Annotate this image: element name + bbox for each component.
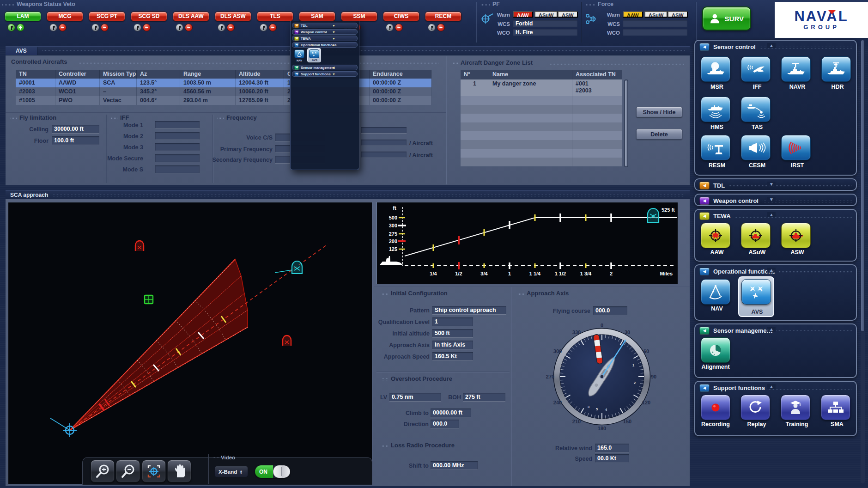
weapon-button-tls[interactable]: TLS (257, 12, 293, 21)
minus-icon[interactable] (59, 24, 67, 31)
video-band-select[interactable]: X-Band ▴▾ (214, 466, 248, 477)
tdl-header[interactable]: ◀ TDL ▼ (695, 179, 856, 191)
sensor-cesm-button[interactable] (741, 135, 771, 160)
table-row[interactable]: 1 My danger zone #001 #2003 (461, 79, 622, 96)
lock-icon[interactable] (134, 24, 141, 31)
col-controller[interactable]: Controller (55, 70, 100, 79)
delete-button[interactable]: Delete (636, 129, 682, 140)
alignment-button[interactable] (701, 337, 730, 363)
weapon-control-header[interactable]: ◀ Weapon control ▼ (695, 195, 856, 207)
show-hide-button[interactable]: Show / Hide (636, 107, 682, 117)
pan-button[interactable] (167, 460, 191, 482)
lock-icon[interactable] (176, 24, 183, 31)
chevron-up-icon[interactable]: ▲ (767, 268, 776, 273)
initial-altitude-field[interactable]: 500 ft (432, 329, 473, 337)
mode3-field[interactable] (155, 143, 200, 151)
pf-warn-aaw-chip[interactable]: AAW (513, 11, 533, 18)
weapon-button-dls-aaw[interactable]: DLS AAW (173, 12, 209, 21)
chevron-up-icon[interactable]: ▲ (767, 212, 776, 217)
minus-icon[interactable] (227, 24, 235, 31)
weapon-button-lam[interactable]: LAM (5, 12, 41, 21)
hostile-track-icon[interactable] (135, 241, 144, 251)
frequency-extra-field[interactable] (361, 127, 407, 133)
primary-aircraft-field[interactable] (361, 140, 407, 146)
ownship-icon[interactable] (50, 418, 77, 437)
menu-item-operational-functions[interactable]: ◀ Operational functions ▲ (292, 42, 358, 48)
hostile-track-icon[interactable] (283, 336, 291, 346)
panel-collapse-icon[interactable]: ◀ (699, 268, 710, 275)
menu-nav-button[interactable] (294, 49, 304, 58)
climb-to-field[interactable]: 00000.00 ft (431, 409, 471, 417)
direction-field[interactable]: 000.0 (431, 420, 459, 428)
table-row-empty[interactable] (461, 140, 622, 149)
panel-collapse-icon[interactable]: ◀ (699, 212, 710, 220)
panel-collapse-icon[interactable]: ◀ (699, 182, 710, 189)
sensor-tas-button[interactable] (741, 97, 771, 122)
menu-item-tewa[interactable]: ◀ TEWA ▼ (292, 36, 358, 41)
sensor-hdr-button[interactable] (821, 56, 851, 82)
tewa-aaw-button[interactable] (701, 223, 730, 248)
minus-icon[interactable] (437, 24, 445, 31)
training-button[interactable] (781, 395, 810, 420)
surv-button[interactable]: SURV (702, 6, 751, 30)
col-mission-type[interactable]: Mission Type (100, 70, 137, 79)
table-row[interactable]: #1005 PWO Vectac 004.6° 293.04 m 12765.0… (16, 96, 431, 105)
chevron-down-icon[interactable]: ▼ (767, 197, 776, 202)
lock-icon[interactable] (91, 24, 99, 31)
mode-s-field[interactable] (155, 165, 200, 173)
force-warn-aaw-chip[interactable]: AAW (623, 11, 643, 18)
mode-secure-field[interactable] (155, 154, 200, 162)
weapon-button-sam[interactable]: SAM (299, 12, 335, 21)
force-warn-asuw-chip[interactable]: ASuW (644, 11, 668, 18)
chevron-up-icon[interactable]: ▲ (767, 384, 776, 389)
scrollbar-track[interactable] (624, 79, 628, 167)
pf-warn-asuw-chip[interactable]: ASuW (534, 11, 558, 18)
replay-button[interactable] (741, 395, 770, 420)
table-row-empty[interactable] (461, 158, 622, 166)
table-row-empty[interactable] (461, 96, 622, 105)
col-altitude[interactable]: Altitude (236, 70, 284, 79)
weapon-button-dls-asw[interactable]: DLS ASW (215, 12, 251, 21)
sidebar-scrollbar-track[interactable] (861, 40, 865, 483)
minus-icon[interactable] (143, 24, 151, 31)
minus-icon[interactable] (395, 24, 403, 31)
sensor-hms-button[interactable] (701, 97, 730, 122)
mode2-field[interactable] (155, 132, 200, 140)
wind-speed-field[interactable]: 00.0 Kt (595, 454, 629, 463)
tewa-asw-button[interactable] (781, 223, 811, 248)
lock-icon[interactable] (260, 24, 267, 31)
friendly-helo-icon[interactable] (275, 261, 302, 274)
zoom-out-button[interactable] (116, 460, 140, 482)
secondary-aircraft-field[interactable] (361, 152, 407, 158)
panel-collapse-icon[interactable]: ◀ (699, 327, 710, 335)
col-range[interactable]: Range (180, 70, 236, 79)
qualification-level-field[interactable]: 1 (432, 317, 473, 326)
menu-item-support-functions[interactable]: ◀ Support functions ▼ (292, 71, 358, 77)
minus-icon[interactable] (101, 24, 109, 31)
col-name[interactable]: Name (489, 70, 572, 79)
pattern-field[interactable]: Ship control approach (432, 306, 506, 314)
sensor-management-header[interactable]: ◀ Sensor management ▲ (695, 324, 856, 336)
tactical-display[interactable]: Video X-Band ▴▾ ON (8, 202, 372, 484)
lock-icon[interactable] (386, 24, 394, 31)
zoom-in-button[interactable] (91, 460, 115, 482)
tewa-asuw-button[interactable] (741, 223, 771, 248)
avs-function-button[interactable] (741, 279, 771, 305)
weapon-button-mcg[interactable]: MCG (47, 12, 83, 21)
panel-collapse-icon[interactable]: ◀ (699, 197, 710, 205)
col-tn[interactable]: TN (16, 70, 55, 79)
col-az[interactable]: Az (137, 70, 180, 79)
table-row[interactable]: #0001 AAWD SCA 123.5° 1003.50 m 12004.30… (16, 79, 431, 87)
shift-to-field[interactable]: 000.00 MHz (431, 461, 478, 470)
panel-collapse-icon[interactable]: ◀ (699, 43, 710, 51)
col-num[interactable]: N° (461, 70, 489, 79)
support-functions-header[interactable]: ◀ Support functions ▲ (695, 382, 856, 394)
weapon-button-recm[interactable]: RECM (425, 12, 461, 21)
mode1-field[interactable] (155, 121, 200, 128)
table-row[interactable]: #2003 WCO1 – 345.2° 4560.56 m 10060.20 f… (16, 87, 431, 96)
center-view-button[interactable] (142, 460, 166, 482)
menu-avs-button[interactable] (309, 49, 319, 58)
plus-icon[interactable] (17, 24, 24, 31)
lock-icon[interactable] (428, 24, 436, 31)
minus-icon[interactable] (269, 24, 277, 31)
